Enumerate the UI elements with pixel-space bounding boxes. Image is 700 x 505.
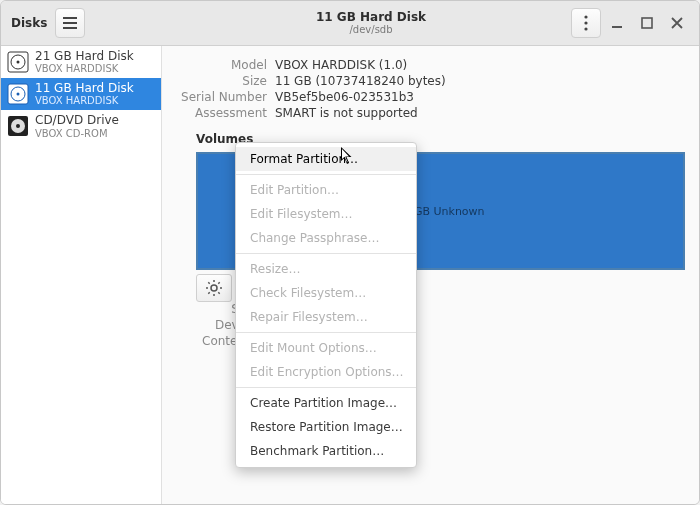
label-serial: Serial Number [172,90,267,104]
app-menu-button[interactable] [55,8,85,38]
svg-point-1 [584,21,587,24]
device-item-11gb[interactable]: 11 GB Hard DiskVBOX HARDDISK [1,78,161,110]
app-title: Disks [11,16,47,30]
device-name: 11 GB Hard Disk [35,82,134,95]
value-size: 11 GB (10737418240 bytes) [275,74,446,88]
app-window: Disks 11 GB Hard Disk /dev/sdb [0,0,700,505]
minimize-button[interactable] [603,9,631,37]
close-button[interactable] [663,9,691,37]
menu-benchmark-partition[interactable]: Benchmark Partition… [236,439,416,463]
device-sub: VBOX HARDDISK [35,95,134,106]
titlebar-right [571,8,699,38]
disk-title: 11 GB Hard Disk [316,11,426,24]
disk-menu-button[interactable] [571,8,601,38]
menu-edit-filesystem[interactable]: Edit Filesystem… [236,202,416,226]
menu-change-passphrase[interactable]: Change Passphrase… [236,226,416,250]
svg-point-7 [17,61,20,64]
kebab-icon [584,15,588,31]
menu-repair-filesystem[interactable]: Repair Filesystem… [236,305,416,329]
menu-create-partition-image[interactable]: Create Partition Image… [236,391,416,415]
cd-icon [7,115,29,137]
device-item-21gb[interactable]: 21 GB Hard DiskVBOX HARDDISK [1,46,161,78]
label-model: Model [172,58,267,72]
menu-resize[interactable]: Resize… [236,257,416,281]
menu-check-filesystem[interactable]: Check Filesystem… [236,281,416,305]
close-icon [671,17,683,29]
disk-subtitle: /dev/sdb [349,24,392,35]
device-name: 21 GB Hard Disk [35,50,134,63]
svg-rect-3 [612,26,622,28]
titlebar-left: Disks [1,8,171,38]
device-sidebar: 21 GB Hard DiskVBOX HARDDISK 11 GB Hard … [1,46,162,504]
titlebar: Disks 11 GB Hard Disk /dev/sdb [1,1,699,46]
menu-edit-mount-options[interactable]: Edit Mount Options… [236,336,416,360]
gear-icon [206,280,222,296]
menu-edit-partition[interactable]: Edit Partition… [236,178,416,202]
svg-point-13 [16,124,20,128]
minimize-icon [611,17,623,29]
hdd-icon [7,51,29,73]
value-assessment: SMART is not supported [275,106,418,120]
device-sub: VBOX HARDDISK [35,63,134,74]
menu-restore-partition-image[interactable]: Restore Partition Image… [236,415,416,439]
svg-rect-4 [642,18,652,28]
value-model: VBOX HARDDISK (1.0) [275,58,407,72]
menu-edit-encryption-options[interactable]: Edit Encryption Options… [236,360,416,384]
device-sub: VBOX CD-ROM [35,128,119,139]
svg-point-10 [17,93,20,96]
device-item-cd[interactable]: CD/DVD DriveVBOX CD-ROM [1,110,161,142]
svg-point-14 [211,285,217,291]
hdd-icon [7,83,29,105]
svg-point-0 [584,15,587,18]
volume-context-menu: Format Partition… Edit Partition… Edit F… [235,142,417,468]
label-size: Size [172,74,267,88]
maximize-button[interactable] [633,9,661,37]
maximize-icon [641,17,653,29]
titlebar-center: 11 GB Hard Disk /dev/sdb [171,11,571,35]
svg-point-2 [584,27,587,30]
volume-options-button[interactable] [196,274,232,302]
hamburger-icon [63,17,77,29]
label-assessment: Assessment [172,106,267,120]
value-serial: VB5ef5be06-023531b3 [275,90,414,104]
menu-format-partition[interactable]: Format Partition… [236,147,416,171]
device-name: CD/DVD Drive [35,114,119,127]
